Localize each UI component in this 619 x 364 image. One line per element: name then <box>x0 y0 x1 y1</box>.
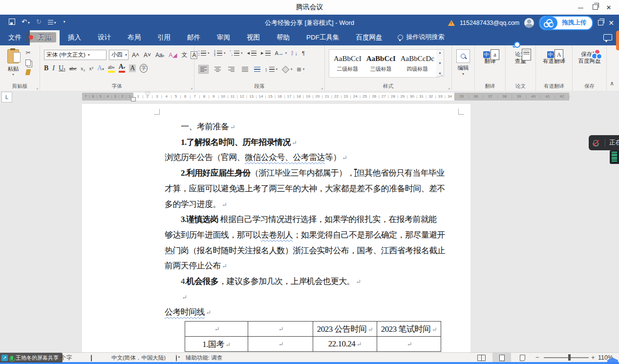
change-case-icon[interactable]: Aa▾ <box>154 51 165 59</box>
clear-format-icon[interactable]: A◢ <box>168 51 178 59</box>
document-page[interactable]: 一、考前准备↵1.了解报名时间、历年招录情况↵浏览历年公告（官网、微信公众号、公… <box>82 104 470 352</box>
netdisk-edge-widget[interactable] <box>616 31 619 50</box>
account-email[interactable]: 1152487433@qq.com <box>460 20 519 26</box>
tab-插入[interactable]: 插入 <box>60 30 89 45</box>
align-right-icon[interactable] <box>227 65 236 73</box>
shrink-font-icon[interactable]: A˅ <box>143 51 152 59</box>
tab-视图[interactable]: 视图 <box>238 30 268 45</box>
web-layout-button[interactable] <box>513 353 532 363</box>
table-cell[interactable]: ↵ <box>248 322 313 337</box>
table-cell[interactable]: 1.国考↵ <box>185 337 248 352</box>
table-cell[interactable]: ↵ <box>377 337 441 352</box>
minimize-icon[interactable] <box>573 3 588 12</box>
text-effects-icon[interactable]: A▾ <box>97 64 104 72</box>
table-cell[interactable]: 2023 笔试时间↵ <box>377 322 441 337</box>
meeting-mic-panel[interactable]: 正在 <box>589 135 619 150</box>
enclose-characters-icon[interactable]: 字 <box>140 64 148 73</box>
paste-button[interactable]: 粘贴 ▾ <box>3 49 23 77</box>
font-name-select[interactable]: 宋体 (中文正文)▾ <box>44 50 107 60</box>
superscript-icon[interactable]: x² <box>89 65 93 71</box>
collapse-ribbon-icon[interactable]: ∧ <box>610 80 614 87</box>
tab-selector[interactable]: L <box>1 92 12 102</box>
font-dialog-launcher-icon[interactable]: ⌟ <box>191 85 192 90</box>
find-button[interactable] <box>456 49 470 63</box>
tab-布局[interactable]: 布局 <box>119 30 149 45</box>
accessibility-status[interactable]: 辅助功能: 调查 <box>186 354 222 362</box>
multilevel-list-icon[interactable]: • ◦ •▾ <box>230 50 242 57</box>
gallery-more-icon[interactable]: ▼̲ <box>438 72 442 75</box>
bold-icon[interactable]: B <box>44 64 48 72</box>
zoom-in-icon[interactable]: + <box>591 354 595 361</box>
editing-dropdown-icon[interactable]: ▾ <box>452 72 474 76</box>
line-spacing-icon[interactable]: ↕▾ <box>265 66 277 72</box>
phonetic-guide-icon[interactable]: 文 <box>180 50 188 60</box>
print-layout-button[interactable] <box>492 353 511 363</box>
underline-icon[interactable]: U▾ <box>59 64 65 72</box>
table-cell[interactable]: ↵ <box>248 337 313 352</box>
read-mode-button[interactable] <box>472 353 491 363</box>
proofing-icon[interactable] <box>91 355 92 361</box>
gallery-down-icon[interactable]: ▼ <box>438 61 442 65</box>
asian-layout-icon[interactable]: A↔▾ <box>275 50 287 56</box>
timeline-table[interactable]: ↵↵2023 公告时间↵2023 笔试时间↵1.国考↵↵22.10.24↵↵ <box>185 321 441 352</box>
highlight-color-icon[interactable]: ab▾ <box>108 64 115 73</box>
distribute-icon[interactable] <box>254 67 260 72</box>
gallery-up-icon[interactable]: ▲ <box>438 51 442 54</box>
保存到百度网盘-button[interactable]: 保存到百度网盘 <box>573 48 606 64</box>
bullets-icon[interactable]: • • •▾ <box>198 50 210 57</box>
baidu-upload-button[interactable]: 拖拽上传 <box>539 16 593 30</box>
borders-icon[interactable]: ⊞▾ <box>297 66 305 73</box>
table-cell[interactable]: 2023 公告时间↵ <box>313 322 377 337</box>
tab-帮助[interactable]: 帮助 <box>268 30 298 45</box>
left-indent-marker[interactable] <box>131 97 136 101</box>
close-icon[interactable]: ✕ <box>601 3 616 12</box>
format-painter-icon[interactable] <box>25 69 31 75</box>
decrease-indent-icon[interactable]: ◂ <box>247 50 256 56</box>
align-left-icon[interactable] <box>198 65 209 74</box>
全文翻译-button[interactable]: a中全文翻译 <box>475 48 505 64</box>
italic-icon[interactable]: I <box>52 64 55 72</box>
sort-icon[interactable]: A Z↓ <box>291 50 298 56</box>
horizontal-ruler[interactable]: L 7654321 123456789101112131415161718192… <box>0 91 619 102</box>
language-status[interactable]: 中文(简体，中国大陆) <box>111 354 166 362</box>
increase-indent-icon[interactable]: ▸ <box>261 50 271 56</box>
zoom-slider-thumb[interactable] <box>568 354 571 361</box>
numbering-icon[interactable]: 1 2 3▾ <box>214 50 226 57</box>
warning-icon[interactable] <box>448 20 455 26</box>
first-line-indent-marker[interactable] <box>145 92 150 96</box>
style-三级标题[interactable]: AaBbCcI三级标题 <box>366 55 396 73</box>
tab-邮件[interactable]: 邮件 <box>179 30 209 45</box>
word-restore-icon[interactable] <box>598 20 603 25</box>
restore-icon[interactable] <box>588 3 602 12</box>
table-cell[interactable]: ↵ <box>185 322 248 337</box>
style-四级标题[interactable]: AaBbCcDc四级标题 <box>401 55 434 73</box>
grow-font-icon[interactable]: A˄ <box>131 51 140 59</box>
clipboard-dialog-launcher-icon[interactable]: ⌟ <box>36 85 38 90</box>
论文查重-button[interactable]: 论文查重 <box>506 48 535 64</box>
tell-me-search[interactable]: 操作说明搜索 <box>398 33 445 45</box>
word-close-icon[interactable]: ✕ <box>608 19 614 27</box>
align-center-icon[interactable] <box>213 65 222 73</box>
table-cell[interactable]: 22.10.24↵ <box>313 337 377 352</box>
subscript-icon[interactable]: x₂ <box>81 65 85 71</box>
styles-dialog-launcher-icon[interactable]: ⌟ <box>448 85 450 90</box>
style-二级标题[interactable]: AaBbCcI二级标题 <box>334 55 362 73</box>
font-color-icon[interactable]: A▾ <box>119 64 126 73</box>
character-shading-icon[interactable]: A <box>129 64 136 72</box>
tab-百度网盘[interactable]: 百度网盘 <box>348 30 391 45</box>
show-hide-marks-icon[interactable]: ¶ <box>302 50 305 56</box>
zoom-out-icon[interactable]: − <box>535 354 539 361</box>
zoom-slider[interactable] <box>544 357 589 358</box>
justify-icon[interactable] <box>240 65 250 73</box>
comment-icon[interactable] <box>603 34 612 40</box>
copy-icon[interactable] <box>25 60 31 66</box>
strikethrough-icon[interactable]: abc <box>69 65 77 71</box>
tab-设计[interactable]: 设计 <box>89 30 119 45</box>
paragraph-dialog-launcher-icon[interactable]: ⌟ <box>321 85 323 90</box>
cut-icon[interactable]: ✂ <box>25 49 30 56</box>
avatar[interactable] <box>524 18 534 28</box>
打开有道翻译-button[interactable]: A中打开有道翻译 <box>536 48 572 64</box>
tab-审阅[interactable]: 审阅 <box>209 30 238 45</box>
tab-PDF工具集[interactable]: PDF工具集 <box>298 30 348 45</box>
tab-引用[interactable]: 引用 <box>149 30 179 45</box>
